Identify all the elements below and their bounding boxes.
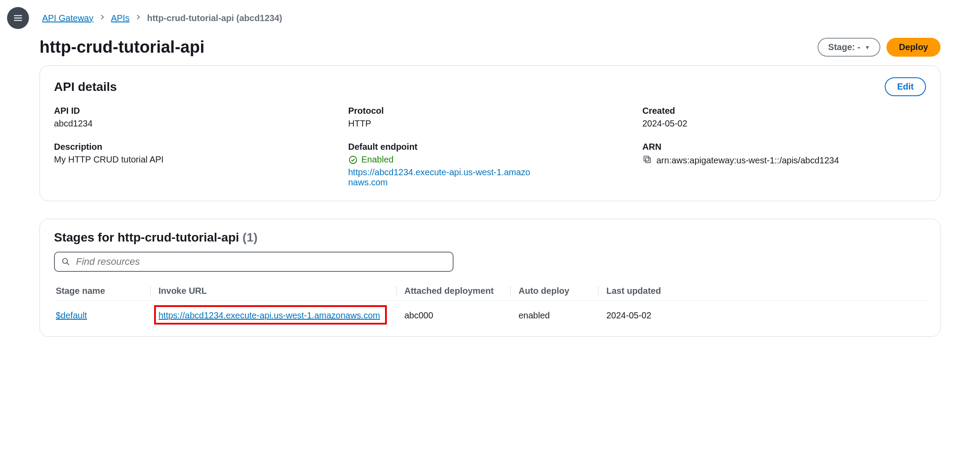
default-endpoint-link[interactable]: https://abcd1234.execute-api.us-west-1.a… [348,167,533,188]
stages-count: (1) [242,231,257,244]
stages-title: Stages for http-crud-tutorial-api (1) [54,231,258,245]
page-title: http-crud-tutorial-api [40,38,205,57]
endpoint-status: Enabled [348,155,632,165]
deploy-button[interactable]: Deploy [886,38,940,57]
table-header: Stage name Invoke URL Attached deploymen… [54,282,926,301]
stage-name-link[interactable]: $default [56,310,87,320]
search-icon [61,257,71,267]
chevron-right-icon [99,14,106,23]
table-row: $default https://abcd1234.execute-api.us… [54,301,926,323]
col-attached-deployment[interactable]: Attached deployment [396,286,511,296]
search-input[interactable] [76,256,447,267]
breadcrumb-apis[interactable]: APIs [111,13,130,23]
api-details-panel: API details Edit API ID abcd1234 Protoco… [40,65,940,201]
breadcrumb-current: http-crud-tutorial-api (abcd1234) [147,13,282,23]
stages-table: Stage name Invoke URL Attached deploymen… [54,282,926,323]
breadcrumb: API Gateway APIs http-crud-tutorial-api … [35,13,282,23]
description-value: My HTTP CRUD tutorial API [54,155,338,165]
svg-point-0 [349,156,357,163]
description-label: Description [54,142,338,152]
edit-button[interactable]: Edit [885,77,926,96]
breadcrumb-root[interactable]: API Gateway [42,13,94,23]
svg-rect-2 [644,156,649,161]
default-endpoint-label: Default endpoint [348,142,632,152]
search-input-wrapper[interactable] [54,252,454,272]
protocol-label: Protocol [348,106,632,116]
svg-rect-1 [645,158,650,162]
protocol-value: HTTP [348,119,632,129]
api-id-label: API ID [54,106,338,116]
chevron-right-icon [135,14,142,23]
stages-panel: Stages for http-crud-tutorial-api (1) St… [40,219,940,337]
col-last-updated[interactable]: Last updated [598,286,677,296]
hamburger-icon [13,13,23,23]
check-circle-icon [348,155,358,165]
created-value: 2024-05-02 [642,119,926,129]
col-auto-deploy[interactable]: Auto deploy [511,286,598,296]
stage-select-dropdown[interactable]: Stage: - ▼ [818,38,880,57]
auto-deploy-value: enabled [511,310,598,321]
api-details-title: API details [54,80,117,94]
arn-value: arn:aws:apigateway:us-west-1::/apis/abcd… [656,155,839,166]
col-stage-name[interactable]: Stage name [54,286,151,296]
invoke-url-link[interactable]: https://abcd1234.execute-api.us-west-1.a… [159,310,380,320]
attached-deployment-value: abc000 [396,310,511,321]
api-id-value: abcd1234 [54,119,338,129]
menu-toggle-button[interactable] [7,7,29,29]
created-label: Created [642,106,926,116]
copy-icon[interactable] [642,155,652,166]
endpoint-status-text: Enabled [361,155,393,165]
col-invoke-url[interactable]: Invoke URL [151,286,396,296]
stage-select-label: Stage: - [828,42,860,52]
arn-label: ARN [642,142,926,152]
caret-down-icon: ▼ [865,44,870,51]
last-updated-value: 2024-05-02 [598,310,677,321]
svg-point-3 [63,259,68,263]
